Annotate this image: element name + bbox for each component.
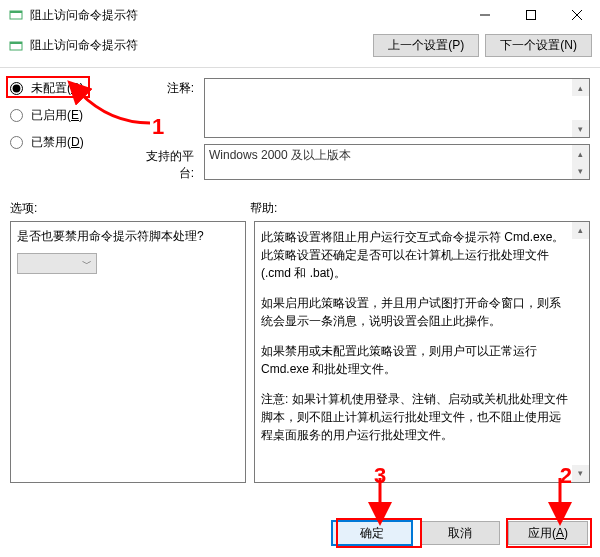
header-row: 阻止访问命令提示符 上一个设置(P) 下一个设置(N): [0, 30, 600, 65]
annotation-arrow-3: [360, 478, 400, 521]
scroll-up-icon[interactable]: ▴: [572, 145, 589, 162]
options-question: 是否也要禁用命令提示符脚本处理?: [17, 228, 239, 245]
scroll-down-icon[interactable]: ▾: [572, 465, 589, 482]
radio-disabled-input[interactable]: [10, 136, 23, 149]
ok-button[interactable]: 确定: [332, 521, 412, 545]
radio-not-configured-label[interactable]: 未配置(C): [31, 80, 84, 97]
scroll-up-icon[interactable]: ▴: [572, 222, 589, 239]
cancel-button[interactable]: 取消: [420, 521, 500, 545]
help-p1: 此策略设置将阻止用户运行交互式命令提示符 Cmd.exe。此策略设置还确定是否可…: [261, 228, 569, 282]
app-icon: [8, 7, 24, 23]
help-p2: 如果启用此策略设置，并且用户试图打开命令窗口，则系统会显示一条消息，说明设置会阻…: [261, 294, 569, 330]
help-label: 帮助:: [250, 200, 590, 217]
radio-enabled-label[interactable]: 已启用(E): [31, 107, 83, 124]
scroll-down-icon[interactable]: ▾: [572, 162, 589, 179]
platform-label: 支持的平台:: [140, 148, 194, 182]
svg-rect-1: [10, 11, 22, 13]
dialog-buttons: 确定 取消 应用(A): [332, 521, 588, 545]
help-panel: 此策略设置将阻止用户运行交互式命令提示符 Cmd.exe。此策略设置还确定是否可…: [254, 221, 590, 483]
apply-button[interactable]: 应用(A): [508, 521, 588, 545]
platform-box: Windows 2000 及以上版本 ▴ ▾: [204, 144, 590, 180]
labels-column: 注释: 支持的平台:: [140, 78, 194, 182]
annotation-arrow-2: [540, 478, 580, 521]
comment-label: 注释:: [140, 78, 194, 148]
radio-not-configured-input[interactable]: [10, 82, 23, 95]
help-p4: 注意: 如果计算机使用登录、注销、启动或关机批处理文件脚本，则不阻止计算机运行批…: [261, 390, 569, 444]
options-label: 选项:: [10, 200, 250, 217]
policy-icon: [8, 38, 24, 54]
section-labels: 选项: 帮助:: [10, 200, 590, 221]
lower-row: 是否也要禁用命令提示符脚本处理? ﹀ 此策略设置将阻止用户运行交互式命令提示符 …: [10, 221, 590, 483]
divider: [0, 67, 600, 68]
help-p3: 如果禁用或未配置此策略设置，则用户可以正常运行 Cmd.exe 和批处理文件。: [261, 342, 569, 378]
svg-rect-7: [10, 42, 22, 44]
options-dropdown[interactable]: ﹀: [17, 253, 97, 274]
state-radio-group: 未配置(C) 已启用(E) 已禁用(D): [10, 78, 130, 182]
window-title: 阻止访问命令提示符: [30, 7, 462, 24]
minimize-button[interactable]: [462, 0, 508, 30]
window-titlebar: 阻止访问命令提示符: [0, 0, 600, 30]
radio-not-configured[interactable]: 未配置(C): [10, 80, 130, 97]
header-label: 阻止访问命令提示符: [30, 37, 367, 54]
prev-setting-button[interactable]: 上一个设置(P): [373, 34, 479, 57]
radio-enabled[interactable]: 已启用(E): [10, 107, 130, 124]
fields-column: ▴ ▾ Windows 2000 及以上版本 ▴ ▾: [204, 78, 590, 182]
scroll-up-icon[interactable]: ▴: [572, 79, 589, 96]
radio-enabled-input[interactable]: [10, 109, 23, 122]
options-panel: 是否也要禁用命令提示符脚本处理? ﹀: [10, 221, 246, 483]
scroll-down-icon[interactable]: ▾: [572, 120, 589, 137]
next-setting-button[interactable]: 下一个设置(N): [485, 34, 592, 57]
radio-disabled[interactable]: 已禁用(D): [10, 134, 130, 151]
comment-textarea[interactable]: ▴ ▾: [204, 78, 590, 138]
platform-text: Windows 2000 及以上版本: [209, 148, 351, 162]
maximize-button[interactable]: [508, 0, 554, 30]
svg-rect-3: [527, 11, 536, 20]
radio-disabled-label[interactable]: 已禁用(D): [31, 134, 84, 151]
close-button[interactable]: [554, 0, 600, 30]
